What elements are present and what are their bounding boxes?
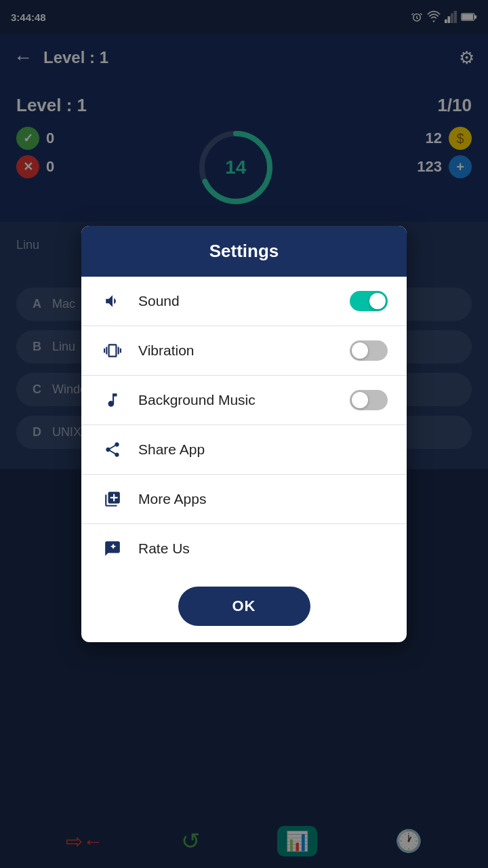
settings-row-sound: Sound <box>81 277 407 326</box>
share-icon <box>100 437 125 462</box>
settings-row-bg-music: Background Music <box>81 376 407 425</box>
sound-toggle[interactable] <box>350 291 388 311</box>
settings-ok-row: OK <box>81 573 407 642</box>
settings-title: Settings <box>209 241 279 261</box>
rate-us-label: Rate Us <box>138 540 388 557</box>
vibration-label: Vibration <box>138 342 336 359</box>
sound-label: Sound <box>138 293 336 309</box>
rate-us-icon <box>100 536 125 561</box>
settings-header: Settings <box>81 226 407 277</box>
settings-row-vibration: Vibration <box>81 326 407 376</box>
vibration-icon <box>100 338 125 363</box>
more-apps-icon <box>100 487 125 511</box>
more-apps-label: More Apps <box>138 491 388 507</box>
settings-dialog: Settings Sound <box>81 226 407 642</box>
settings-row-share[interactable]: Share App <box>81 425 407 475</box>
modal-overlay: Settings Sound <box>0 0 488 868</box>
vibration-toggle-knob <box>352 342 368 359</box>
settings-row-rate-us[interactable]: Rate Us <box>81 524 407 573</box>
bg-music-icon <box>100 388 125 412</box>
bg-music-toggle-knob <box>352 392 368 408</box>
sound-icon <box>100 289 125 313</box>
ok-button[interactable]: OK <box>178 587 310 626</box>
settings-body: Sound Vibration <box>81 277 407 573</box>
bg-music-toggle[interactable] <box>350 390 388 410</box>
settings-row-more-apps[interactable]: More Apps <box>81 475 407 524</box>
share-app-label: Share App <box>138 441 388 458</box>
sound-toggle-knob <box>369 293 386 309</box>
bg-music-label: Background Music <box>138 392 336 408</box>
vibration-toggle[interactable] <box>350 340 388 361</box>
